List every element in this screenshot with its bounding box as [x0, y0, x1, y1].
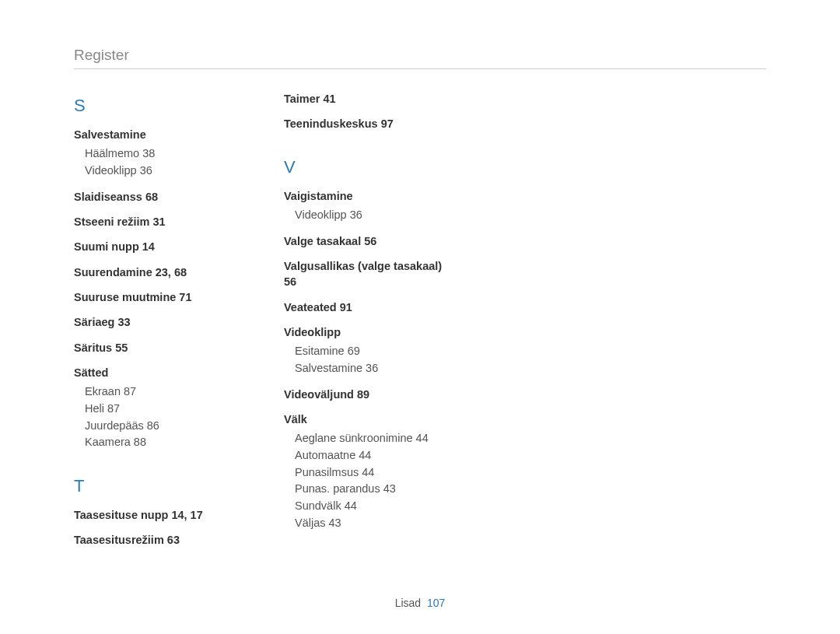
sub-item: Väljas 43	[295, 515, 447, 532]
entry-valge: Valge tasakaal 56	[284, 233, 447, 249]
sub-item: Kaamera 88	[85, 434, 237, 451]
sub-item: Sundvälk 44	[295, 498, 447, 515]
entry-stseeni: Stseeni režiim 31	[74, 214, 237, 229]
sub-list: Videoklipp 36	[284, 207, 447, 224]
sub-item: Videoklipp 36	[295, 207, 447, 224]
sub-item: Videoklipp 36	[85, 163, 237, 180]
entry-suuruse: Suuruse muutmine 71	[74, 289, 237, 305]
sub-item: Esitamine 69	[295, 343, 447, 360]
entry-taimer: Taimer 41	[284, 91, 447, 107]
sub-item: Punas. parandus 43	[295, 481, 447, 498]
column-1: S Salvestamine Häälmemo 38 Videoklipp 36…	[74, 91, 237, 548]
sub-item: Heli 87	[85, 401, 237, 418]
entry-satted: Sätted	[74, 365, 237, 380]
entry-suurendamine: Suurendamine 23, 68	[74, 264, 237, 280]
entry-salvestamine: Salvestamine	[74, 127, 237, 142]
entry-slaidiseanss: Slaidiseanss 68	[74, 189, 237, 205]
sub-item: Automaatne 44	[295, 447, 447, 464]
entry-taasesituse: Taasesituse nupp 14, 17	[74, 507, 237, 523]
sub-item: Ekraan 87	[85, 384, 237, 401]
sub-list: Aeglane sünkroonimine 44 Automaatne 44 P…	[284, 430, 447, 532]
page-footer: Lisad 107	[0, 597, 840, 609]
sub-item: Häälmemo 38	[85, 145, 237, 163]
entry-vaigistamine: Vaigistamine	[284, 188, 447, 204]
section-letter-v: V	[284, 157, 447, 177]
footer-page-number: 107	[427, 597, 445, 609]
column-2: Taimer 41 Teeninduskeskus 97 V Vaigistam…	[284, 91, 447, 548]
index-columns: S Salvestamine Häälmemo 38 Videoklipp 36…	[74, 91, 766, 548]
entry-suumi: Suumi nupp 14	[74, 239, 237, 254]
sub-item: Aeglane sünkroonimine 44	[295, 430, 447, 447]
sub-item: Punasilmsus 44	[295, 464, 447, 482]
entry-taasesitusreziim: Taasesitusrežiim 63	[74, 532, 237, 548]
section-letter-t: T	[74, 476, 237, 496]
entry-saritus: Säritus 55	[74, 340, 237, 356]
section-letter-s: S	[74, 96, 237, 116]
sub-item: Juurdepääs 86	[85, 418, 237, 435]
sub-list: Esitamine 69 Salvestamine 36	[284, 343, 447, 377]
entry-valk: Välk	[284, 412, 447, 427]
sub-list: Häälmemo 38 Videoklipp 36	[74, 145, 237, 180]
entry-sariaeg: Säriaeg 33	[74, 314, 237, 330]
entry-teeninduskeskus: Teeninduskeskus 97	[284, 116, 447, 131]
entry-veateated: Veateated 91	[284, 299, 447, 315]
footer-label: Lisad	[395, 597, 421, 609]
entry-valgusallikas: Valgusallikas (valge tasakaal) 56	[284, 258, 447, 290]
sub-list: Ekraan 87 Heli 87 Juurdepääs 86 Kaamera …	[74, 384, 237, 451]
sub-item: Salvestamine 36	[295, 360, 447, 377]
entry-videoklipp: Videoklipp	[284, 324, 447, 340]
page-header: Register	[74, 47, 766, 69]
entry-videovaljund: Videoväljund 89	[284, 387, 447, 402]
